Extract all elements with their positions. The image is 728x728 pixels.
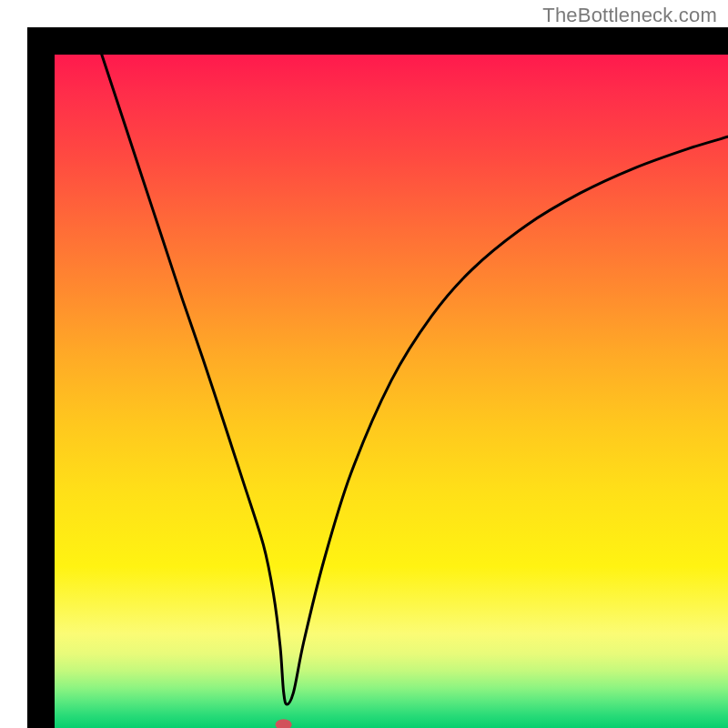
minimum-marker xyxy=(276,719,292,728)
plot-svg xyxy=(55,55,728,728)
plot-area xyxy=(27,27,728,728)
watermark-label: TheBottleneck.com xyxy=(542,4,717,27)
bottleneck-curve xyxy=(102,55,728,704)
chart-container: TheBottleneck.com xyxy=(0,0,728,728)
